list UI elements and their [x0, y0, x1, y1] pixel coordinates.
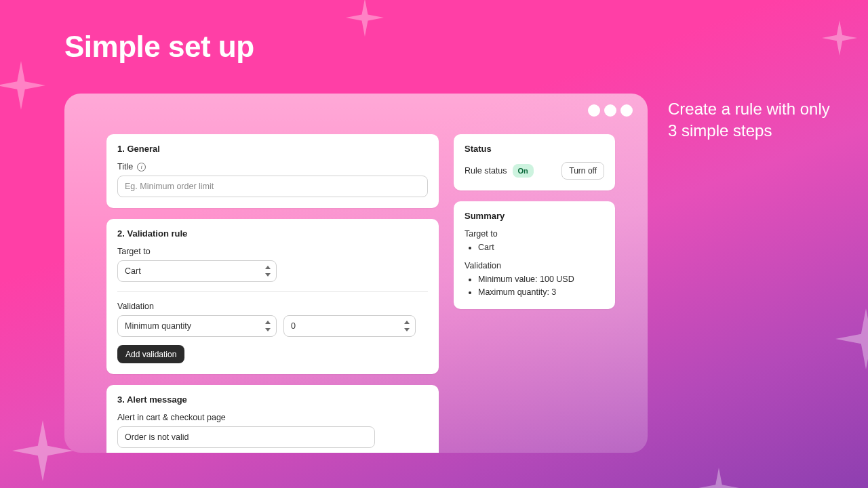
page-title: Simple set up [64, 30, 254, 64]
caption-text: Create a rule with only 3 simple steps [668, 98, 837, 142]
target-select-value: Cart [125, 266, 141, 276]
title-field-label: Title [117, 162, 428, 171]
preview-window: 1. General Title 2. Validation rule Targ… [64, 94, 648, 453]
target-label: Target to [117, 247, 428, 256]
card-validation-heading: 2. Validation rule [117, 228, 428, 239]
rule-status-label: Rule status [465, 166, 507, 176]
status-badge: On [513, 164, 534, 178]
validation-number-value: 0 [291, 321, 296, 331]
card-general: 1. General Title [106, 134, 439, 208]
list-item: Minimum value: 100 USD [478, 273, 604, 286]
window-dots-icon [588, 104, 633, 117]
card-alert: 3. Alert message Alert in cart & checkou… [106, 385, 439, 453]
card-general-heading: 1. General [117, 144, 428, 154]
stepper-icon [264, 320, 272, 332]
summary-target-label: Target to [465, 229, 604, 239]
validation-type-select[interactable]: Minimum quantity [117, 315, 277, 337]
summary-validation-label: Validation [465, 261, 604, 270]
alert-label: Alert in cart & checkout page [117, 413, 428, 422]
summary-target-list: Cart [465, 241, 604, 254]
stepper-icon [403, 320, 411, 332]
divider [117, 291, 428, 292]
title-input[interactable] [117, 176, 428, 197]
card-summary-heading: Summary [465, 211, 604, 221]
validation-type-value: Minimum quantity [125, 321, 191, 331]
turn-off-button[interactable]: Turn off [561, 162, 604, 180]
validation-number-select[interactable]: 0 [283, 315, 416, 337]
list-item: Maximum quantity: 3 [478, 286, 604, 299]
card-status-heading: Status [465, 144, 604, 154]
card-validation: 2. Validation rule Target to Cart Valida… [106, 219, 439, 374]
card-summary: Summary Target to Cart Validation Minimu… [454, 201, 615, 309]
alert-help-text: Customer will see this alert on the top … [117, 452, 428, 453]
target-select[interactable]: Cart [117, 260, 277, 282]
add-validation-button[interactable]: Add validation [117, 345, 184, 363]
card-status: Status Rule status On Turn off [454, 134, 615, 190]
alert-input[interactable] [117, 426, 375, 448]
info-icon[interactable] [137, 163, 146, 171]
validation-label: Validation [117, 302, 428, 311]
stepper-icon [264, 265, 272, 277]
card-alert-heading: 3. Alert message [117, 394, 428, 405]
list-item: Cart [478, 241, 604, 254]
summary-validation-list: Minimum value: 100 USD Maximum quantity:… [465, 273, 604, 299]
